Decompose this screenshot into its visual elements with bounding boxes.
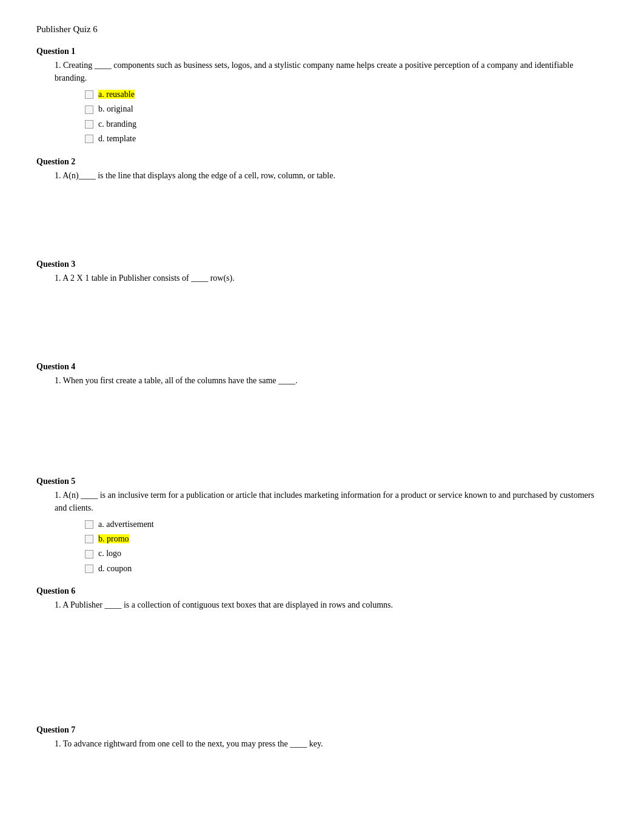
question-3-text: 1. A 2 X 1 table in Publisher consists o… [55, 272, 608, 284]
q1-answer-a[interactable]: a. reusable [85, 88, 608, 101]
q1c-text: c. branding [98, 118, 136, 131]
question-3-block: Question 3 1. A 2 X 1 table in Publisher… [36, 260, 608, 284]
q1a-checkbox[interactable] [85, 90, 93, 99]
question-4-text: 1. When you first create a table, all of… [55, 374, 608, 387]
question-7-label: Question 7 [36, 725, 608, 735]
q5-answer-d[interactable]: d. coupon [85, 562, 608, 575]
question-6-text: 1. A Publisher ____ is a collection of c… [55, 599, 608, 611]
question-2-text: 1. A(n)____ is the line that displays al… [55, 169, 608, 182]
q5-answer-a[interactable]: a. advertisement [85, 518, 608, 531]
q5-answer-c[interactable]: c. logo [85, 547, 608, 560]
question-2-block: Question 2 1. A(n)____ is the line that … [36, 157, 608, 182]
question-5-text: 1. A(n) ____ is an inclusive term for a … [55, 489, 608, 514]
q1-answer-d[interactable]: d. template [85, 132, 608, 146]
question-6-block: Question 6 1. A Publisher ____ is a coll… [36, 586, 608, 611]
q1c-checkbox[interactable] [85, 120, 93, 129]
q5d-text: d. coupon [98, 562, 132, 575]
question-1-label: Question 1 [36, 47, 608, 56]
q1b-text: b. original [98, 102, 133, 116]
question-1-answers: a. reusable b. original c. branding d. t… [85, 88, 608, 146]
q1-answer-c[interactable]: c. branding [85, 118, 608, 131]
question-1-text: 1. Creating ____ components such as busi… [55, 59, 608, 84]
question-6-label: Question 6 [36, 586, 608, 596]
page-title: Publisher Quiz 6 [36, 24, 608, 35]
question-4-label: Question 4 [36, 362, 608, 372]
question-1-block: Question 1 1. Creating ____ components s… [36, 47, 608, 146]
question-5-block: Question 5 1. A(n) ____ is an inclusive … [36, 477, 608, 576]
q1a-text: a. reusable [98, 88, 135, 101]
question-2-label: Question 2 [36, 157, 608, 167]
q1b-checkbox[interactable] [85, 106, 93, 114]
q5c-checkbox[interactable] [85, 550, 93, 558]
q1d-text: d. template [98, 132, 136, 146]
question-5-label: Question 5 [36, 477, 608, 486]
question-4-block: Question 4 1. When you first create a ta… [36, 362, 608, 387]
spacer-after-q6 [36, 622, 608, 725]
q5a-checkbox[interactable] [85, 520, 93, 529]
q1d-checkbox[interactable] [85, 135, 93, 143]
q5b-text: b. promo [98, 532, 129, 546]
q5d-checkbox[interactable] [85, 565, 93, 573]
q5c-text: c. logo [98, 547, 121, 560]
spacer-after-q3 [36, 295, 608, 362]
question-3-label: Question 3 [36, 260, 608, 269]
spacer-after-q4 [36, 398, 608, 477]
question-5-answers: a. advertisement b. promo c. logo d. cou… [85, 518, 608, 576]
question-7-text: 1. To advance rightward from one cell to… [55, 737, 608, 750]
q5a-text: a. advertisement [98, 518, 154, 531]
spacer-after-q2 [36, 193, 608, 260]
q5b-checkbox[interactable] [85, 535, 93, 543]
question-7-block: Question 7 1. To advance rightward from … [36, 725, 608, 750]
q5-answer-b[interactable]: b. promo [85, 532, 608, 546]
q1-answer-b[interactable]: b. original [85, 102, 608, 116]
